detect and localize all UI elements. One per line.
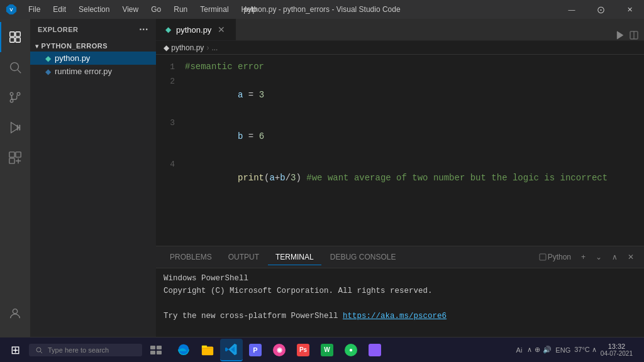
- tab-debug-console[interactable]: DEBUG CONSOLE: [323, 250, 404, 265]
- svg-point-17: [13, 309, 17, 314]
- task-view-button[interactable]: [145, 339, 167, 361]
- menu-file[interactable]: File: [22, 0, 47, 19]
- activity-run[interactable]: [0, 112, 30, 143]
- close-button[interactable]: ✕: [615, 0, 644, 19]
- chevron-down-icon: ▾: [35, 43, 39, 50]
- clock[interactable]: 13:32 04-07-2021: [601, 343, 633, 357]
- menu-go[interactable]: Go: [145, 0, 167, 19]
- folder-section: ▾ PYTHON_ERRORS ◆ python.py ◆ runtime er…: [30, 40, 156, 78]
- breadcrumb: ◆ python.py › ...: [156, 41, 644, 55]
- search-placeholder: Type here to search: [48, 346, 109, 354]
- menu-help[interactable]: Help: [235, 0, 264, 19]
- window-title: python.py - python_errors - Visual Studi…: [243, 5, 400, 14]
- menu-selection[interactable]: Selection: [72, 0, 116, 19]
- svg-rect-28: [157, 351, 162, 354]
- ai-button[interactable]: Ai: [514, 345, 525, 355]
- taskbar-explorer[interactable]: [196, 339, 219, 361]
- add-terminal-button[interactable]: +: [577, 251, 589, 263]
- time: 13:32: [608, 343, 626, 350]
- pscore-link[interactable]: https://aka.ms/pscore6: [343, 312, 447, 321]
- taskbar-app-7[interactable]: W: [316, 339, 338, 361]
- python-label: Python: [535, 251, 575, 263]
- code-line-4: 4 print(a+b/3) #we want average of two n…: [156, 157, 644, 199]
- taskbar-app-5[interactable]: ◉: [268, 339, 291, 361]
- svg-rect-15: [16, 152, 21, 157]
- file-name-runtime: runtime error.py: [55, 67, 112, 76]
- terminal-actions: Python + ⌄ ∧ ✕: [535, 251, 638, 263]
- tab-python-py[interactable]: ◆ python.py ✕: [156, 19, 236, 40]
- tab-output[interactable]: OUTPUT: [221, 250, 267, 265]
- terminal-icon: [539, 253, 547, 261]
- terminal-line-3: [164, 297, 636, 310]
- date: 04-07-2021: [601, 350, 633, 357]
- svg-rect-1: [10, 32, 14, 36]
- temperature[interactable]: 37°C ∧: [574, 346, 597, 354]
- terminal-line-2: Copyright (C) Microsoft Corporation. All…: [164, 285, 636, 297]
- menu-terminal[interactable]: Terminal: [194, 0, 235, 19]
- taskbar-app-9[interactable]: [364, 339, 386, 361]
- run-icon[interactable]: [615, 30, 625, 40]
- folder-name: PYTHON_ERRORS: [42, 42, 108, 50]
- taskbar-app-8[interactable]: ●: [340, 339, 362, 361]
- tab-filename: python.py: [176, 25, 211, 35]
- tray-sound[interactable]: 🔊: [543, 346, 552, 354]
- sidebar-more-button[interactable]: ···: [139, 24, 148, 35]
- tray-arrow[interactable]: ∧: [527, 346, 532, 354]
- taskbar-app-4[interactable]: P: [244, 339, 267, 361]
- minimize-button[interactable]: —: [557, 0, 586, 19]
- line-number-3: 3: [156, 116, 182, 130]
- task-view-icon: [150, 346, 162, 354]
- maximize-button[interactable]: ⨀: [586, 0, 615, 19]
- split-editor-icon[interactable]: [629, 30, 639, 40]
- explorer-icon: [201, 343, 214, 357]
- menu-view[interactable]: View: [116, 0, 145, 19]
- code-line-2: 2 a = 3: [156, 74, 644, 116]
- tab-close-button[interactable]: ✕: [216, 25, 226, 35]
- breadcrumb-separator: ›: [206, 43, 209, 52]
- activity-explorer[interactable]: [0, 22, 30, 52]
- start-button[interactable]: ⊞: [4, 339, 26, 361]
- code-line-3: 3 b = 6: [156, 116, 644, 157]
- svg-point-7: [10, 92, 13, 96]
- svg-rect-29: [202, 346, 213, 355]
- svg-line-6: [18, 70, 21, 73]
- app9-icon: [369, 344, 381, 356]
- pinned-apps: P ◉ Ps W ●: [170, 339, 389, 361]
- menu-edit[interactable]: Edit: [47, 0, 72, 19]
- terminal-split-button[interactable]: ⌄: [592, 251, 606, 263]
- tab-terminal[interactable]: TERMINAL: [268, 250, 321, 265]
- menu-run[interactable]: Run: [167, 0, 194, 19]
- terminal-tab-bar: PROBLEMS OUTPUT TERMINAL DEBUG CONSOLE P…: [156, 246, 644, 268]
- svg-point-23: [36, 348, 41, 352]
- tab-problems[interactable]: PROBLEMS: [162, 250, 219, 265]
- app8-icon: ●: [345, 344, 357, 356]
- taskbar-app-6[interactable]: Ps: [292, 339, 314, 361]
- app7-icon: W: [321, 344, 333, 356]
- activity-source-control[interactable]: [0, 82, 30, 112]
- terminal-maximize-button[interactable]: ∧: [608, 251, 621, 263]
- file-runtime-error-py[interactable]: ◆ runtime error.py: [30, 65, 156, 78]
- activity-extensions[interactable]: [0, 143, 30, 173]
- svg-line-24: [40, 351, 42, 353]
- keyboard-lang[interactable]: ENG: [555, 346, 570, 354]
- terminal-close-button[interactable]: ✕: [624, 251, 638, 263]
- activity-account[interactable]: [0, 299, 30, 329]
- breadcrumb-scope: ...: [211, 43, 218, 52]
- code-editor[interactable]: 1 #semantic error 2 a = 3 3 b = 6 4 prin…: [156, 55, 644, 246]
- svg-rect-13: [19, 124, 20, 130]
- svg-rect-27: [150, 351, 155, 354]
- taskbar-vscode[interactable]: [220, 339, 243, 361]
- file-python-py[interactable]: ◆ python.py: [30, 52, 156, 65]
- taskbar-edge[interactable]: [172, 339, 195, 361]
- breadcrumb-file[interactable]: ◆ python.py: [164, 43, 204, 52]
- activity-search[interactable]: [0, 52, 30, 82]
- menu-bar: File Edit Selection View Go Run Terminal…: [22, 0, 263, 19]
- svg-rect-2: [16, 32, 20, 36]
- line-content-4: print(a+b/3) #we want average of two num…: [182, 157, 644, 199]
- file-icon-python: ◆: [45, 54, 51, 63]
- folder-python-errors[interactable]: ▾ PYTHON_ERRORS: [30, 40, 156, 52]
- activity-bar: [0, 19, 30, 362]
- search-bar[interactable]: Type here to search: [29, 344, 142, 356]
- tray-wifi[interactable]: ⊕: [535, 346, 540, 354]
- svg-rect-30: [202, 345, 207, 348]
